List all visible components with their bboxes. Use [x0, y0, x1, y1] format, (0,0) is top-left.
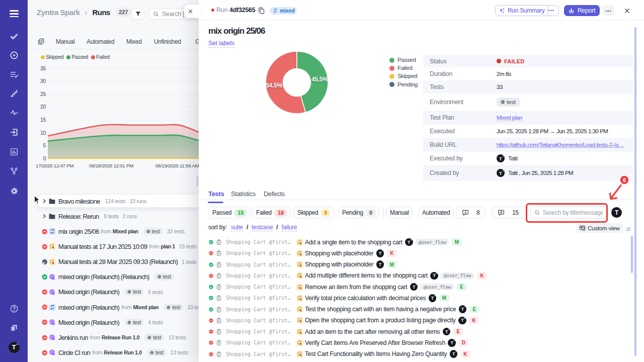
assignee-avatar[interactable]: T	[430, 272, 438, 280]
run-name[interactable]: Manual tests at 17 Jun 2025 10:09	[58, 243, 147, 250]
custom-view-button[interactable]: Custom view	[576, 223, 623, 233]
run-name[interactable]: Release: Rerun	[58, 213, 99, 220]
detail-tab-statistics[interactable]: Statistics	[231, 190, 256, 198]
user-avatar[interactable]: T	[9, 342, 20, 353]
activity-icon[interactable]	[10, 109, 18, 117]
run-tree-row[interactable]: Mixed origin (Relaunch) test 5 tests	[28, 285, 226, 300]
filter-failed[interactable]: Failed18	[252, 207, 291, 219]
test-title[interactable]: Shopping with placeholder	[305, 250, 373, 257]
more-button[interactable]: •••	[603, 5, 614, 16]
run-tree-row[interactable]: mixed origin (Relaunch) from Mixed plan …	[28, 300, 226, 315]
test-tag[interactable]: @user_flow	[441, 273, 474, 279]
test-row[interactable]: Shopping Cart @first… Remove an item fro…	[199, 282, 633, 293]
test-title[interactable]: Test Cart Functionality with Items Havin…	[305, 350, 447, 357]
breadcrumb-app[interactable]: Zyntra Spark	[37, 8, 80, 17]
run-name[interactable]: Mixed origin (Relaunch)	[58, 319, 119, 326]
panel-scrollbar[interactable]	[634, 27, 636, 356]
test-row[interactable]: Shopping Cart @first… Shopping with plac…	[199, 248, 633, 259]
filter-manual[interactable]: Manual	[386, 207, 413, 219]
run-tree-row[interactable]: Circle CI run from Release Run 1.0 test …	[28, 345, 226, 360]
run-from-plan[interactable]: Release Run 1.0	[102, 334, 139, 340]
run-tree-row[interactable]: mix origin 25/06 from Mixed plan test 33…	[28, 224, 226, 239]
run-tree-row[interactable]: Mixed origin (Relaunch) test 4 tests	[28, 315, 226, 330]
test-title[interactable]: Test the shopping cart with an item havi…	[305, 306, 456, 313]
user-avatar[interactable]: T	[611, 207, 622, 218]
test-title[interactable]: Verify total price calculation with deci…	[305, 295, 426, 302]
assignee-avatar[interactable]: T	[376, 249, 384, 257]
filter-comment-plus-icon[interactable]: 15	[492, 207, 525, 219]
filter-skipped[interactable]: Skipped0	[293, 207, 334, 219]
runs-tab-mixed[interactable]: Mixed	[126, 38, 142, 45]
filter-comment-alert-icon[interactable]: 8	[456, 207, 486, 219]
assignee-avatar[interactable]: T	[450, 350, 458, 358]
branch-icon[interactable]	[10, 167, 18, 175]
run-name[interactable]: mixed origin (Relaunch) (Relaunch)	[58, 273, 149, 281]
run-name[interactable]: Bravo milestone	[58, 198, 100, 205]
test-tag[interactable]: @user_flow	[416, 239, 449, 245]
test-row[interactable]: Shopping Cart @first… Test the shopping …	[199, 304, 633, 315]
run-name[interactable]: Mixed origin (Relaunch)	[58, 288, 119, 296]
set-labels-link[interactable]: Set labels	[208, 40, 234, 48]
run-name[interactable]: Jenkins run	[58, 334, 88, 341]
menu-icon[interactable]	[10, 10, 19, 18]
test-row[interactable]: Shopping Cart @first… Verify Cart Items …	[199, 337, 633, 348]
test-row[interactable]: Shopping Cart @first… Test Cart Function…	[199, 348, 633, 359]
sort-suite-link[interactable]: suite	[231, 224, 243, 231]
help-icon[interactable]	[10, 305, 18, 313]
assignee-avatar[interactable]: T	[459, 305, 467, 313]
test-row[interactable]: Shopping Cart @first… Open the shopping …	[199, 315, 633, 326]
sort-failure-link[interactable]: failure	[281, 224, 297, 231]
filter-pending[interactable]: Pending0	[338, 207, 379, 219]
copy-icon[interactable]	[258, 7, 265, 14]
close-icon[interactable]	[188, 9, 193, 14]
test-title[interactable]: Open the shopping cart from a product li…	[305, 317, 456, 324]
filter-passed[interactable]: Passed15	[208, 207, 251, 219]
runs-panel-scrollbar[interactable]	[197, 175, 198, 187]
assignee-avatar[interactable]: T	[443, 328, 451, 336]
play-circle-icon[interactable]	[10, 51, 18, 60]
run-tree-row[interactable]: Release: Rerun 8 tests 2 runs	[28, 209, 226, 224]
report-button[interactable]: Report	[564, 5, 600, 16]
panel-close-tab[interactable]	[184, 5, 200, 18]
test-row[interactable]: Shopping Cart @first… Verify total price…	[199, 293, 633, 304]
run-from-plan[interactable]: Release Run 1.0	[104, 349, 141, 355]
run-name[interactable]: Circle CI run	[58, 349, 90, 356]
test-row[interactable]: Shopping Cart @first… Add multiple diffe…	[199, 270, 633, 281]
test-title[interactable]: Add multiple different items to the shop…	[305, 272, 428, 279]
assignee-avatar[interactable]: T	[429, 294, 437, 302]
test-row[interactable]: Shopping Cart @first… Add a single item …	[199, 237, 633, 248]
assignee-avatar[interactable]: T	[405, 238, 413, 246]
run-from-plan[interactable]: Mixed plan	[133, 304, 158, 310]
detail-close-button[interactable]	[624, 7, 630, 14]
import-icon[interactable]	[10, 128, 18, 137]
list-scrollbar[interactable]	[631, 236, 633, 273]
run-tree-row[interactable]: Bravo milestone 124 tests 33 runs	[28, 194, 226, 209]
detail-tab-tests[interactable]: Tests	[208, 190, 224, 198]
test-row[interactable]: Shopping Cart @first… Shopping with plac…	[199, 259, 633, 270]
check-icon[interactable]	[10, 32, 18, 41]
runs-tab-manual[interactable]: Manual	[56, 38, 75, 45]
run-tree-row[interactable]: Manual tests at 17 Jun 2025 10:09 from p…	[28, 239, 226, 254]
run-tree-row[interactable]: mixed origin (Relaunch) (Relaunch) test	[28, 269, 226, 285]
runs-tab-unfinished[interactable]: Unfinished	[154, 38, 181, 45]
run-from-plan[interactable]: Mixed plan	[113, 228, 138, 234]
run-tree-row[interactable]: Manual tests at 28 Mar 2025 09:33 (Relau…	[28, 254, 226, 269]
bar-chart-icon[interactable]	[10, 148, 18, 156]
gear-icon[interactable]	[10, 187, 18, 196]
run-name[interactable]: mixed origin (Relaunch)	[58, 304, 119, 311]
run-summary-button[interactable]: Run Summary •••	[495, 5, 559, 16]
runs-tab-automated[interactable]: Automated	[87, 38, 114, 45]
test-title[interactable]: Add an item to the cart after removing a…	[305, 328, 440, 335]
select-all-icon[interactable]	[38, 38, 44, 44]
test-row[interactable]: Shopping Cart @first… Add an item to the…	[199, 326, 633, 337]
run-name[interactable]: mix origin 25/06	[58, 228, 99, 235]
assignee-avatar[interactable]: T	[448, 339, 456, 347]
steps-icon[interactable]	[10, 89, 18, 98]
test-title[interactable]: Verify Cart Items Are Preserved After Br…	[305, 339, 445, 346]
build-url-link[interactable]: https://github.com/TetianaKhomenko/Load-…	[497, 142, 624, 148]
run-summary-more[interactable]: •••	[548, 8, 554, 13]
test-tag[interactable]: @user_flow	[421, 284, 454, 290]
test-title[interactable]: Add a single item to the shopping cart	[305, 239, 403, 246]
assignee-avatar[interactable]: T	[410, 283, 418, 291]
assignee-avatar[interactable]: T	[376, 260, 384, 268]
